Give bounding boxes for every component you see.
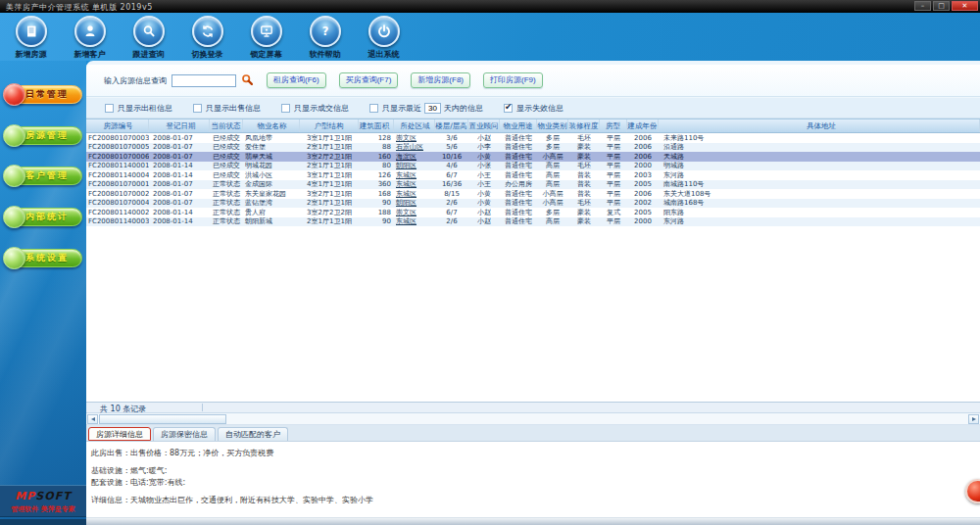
tab-auto-matched-customers[interactable]: 自动匹配的客户 bbox=[218, 427, 288, 441]
table-cell: 已经成交 bbox=[210, 170, 243, 180]
checkbox-icon[interactable] bbox=[193, 104, 202, 113]
window-bottom-edge bbox=[86, 517, 980, 525]
checkbox-icon[interactable] bbox=[105, 104, 114, 113]
table-empty-area bbox=[86, 226, 980, 402]
checkbox-icon[interactable] bbox=[369, 104, 378, 113]
window-controls: – □ ✕ bbox=[914, 1, 978, 11]
filter-deal-only[interactable]: 只显示成交信息 bbox=[281, 103, 349, 114]
table-cell: 凤凰地带 bbox=[243, 133, 300, 143]
toolbar-help[interactable]: ? 软件帮助 bbox=[302, 15, 348, 61]
scroll-left-arrow[interactable] bbox=[87, 414, 98, 424]
column-header[interactable]: 物业用途 bbox=[500, 119, 537, 132]
table-row[interactable]: FC2008011400032008-01-14正常状态朝阳新城2室1厅1卫1阳… bbox=[86, 217, 980, 227]
table-cell: 东城区 bbox=[394, 216, 435, 226]
table-cell: 小张 bbox=[468, 161, 500, 170]
toolbar-followup-query[interactable]: 跟进查询 bbox=[125, 15, 172, 61]
table-row[interactable]: FC2008010700042008-01-07正常状态蓝钻堡湾2室1厅1卫1阳… bbox=[86, 199, 980, 209]
buy-query-button[interactable]: 买房查询(F7) bbox=[339, 72, 399, 88]
filter-recent-days[interactable]: 只显示最近 天内的信息 bbox=[369, 103, 483, 114]
column-header[interactable]: 户型结构 bbox=[300, 119, 359, 132]
table-cell: 石景山区 bbox=[394, 142, 435, 152]
rent-query-button[interactable]: 租房查询(F6) bbox=[267, 72, 326, 88]
column-header[interactable]: 房型 bbox=[600, 119, 627, 132]
tab-house-confidential-info[interactable]: 房源保密信息 bbox=[153, 427, 216, 441]
column-header[interactable]: 建筑面积 bbox=[359, 119, 394, 132]
table-cell: 未来路110号 bbox=[659, 133, 980, 143]
table-cell: 高层 bbox=[537, 170, 568, 180]
filter-rent-only[interactable]: 只显示出租信息 bbox=[105, 103, 172, 114]
table-cell: 3室2厅2卫2阳 bbox=[300, 208, 359, 217]
table-cell: FC200801070002 bbox=[86, 190, 149, 198]
column-header[interactable]: 置业顾问 bbox=[468, 119, 500, 132]
column-header[interactable]: 物业类别 bbox=[537, 119, 568, 132]
toolbar-exit[interactable]: 退出系统 bbox=[361, 15, 407, 61]
table-cell: 小赵 bbox=[468, 133, 500, 143]
table-cell: 160 bbox=[359, 153, 394, 161]
table-cell: 小高层 bbox=[537, 189, 568, 199]
days-input[interactable] bbox=[424, 103, 441, 114]
table-header[interactable]: 房源编号登记日期当前状态物业名称户型结构建筑面积所处区域楼层/层高置业顾问物业用… bbox=[86, 119, 980, 133]
table-row[interactable]: FC2008010700052008-01-07已经成交爱住堡2室1厅1卫1阳8… bbox=[86, 143, 980, 153]
column-header[interactable]: 当前状态 bbox=[210, 119, 243, 132]
table-cell: 平层 bbox=[600, 189, 627, 199]
table-cell: 88 bbox=[359, 143, 394, 151]
main-panel: 输入房源信息查询 租房查询(F6) 买房查询(F7) 新增房源(F8) 打印房源… bbox=[86, 61, 980, 517]
toolbar-lock-screen[interactable]: 锁定屏幕 bbox=[243, 15, 289, 61]
column-header[interactable]: 建成年份 bbox=[627, 119, 659, 132]
checkbox-checked-icon[interactable]: ✔ bbox=[504, 104, 513, 113]
table-cell: 东关大道108号 bbox=[659, 189, 980, 199]
sidebar-item-internal-statistics[interactable]: 内部统计 bbox=[3, 206, 83, 229]
table-row[interactable]: FC2008011400042008-01-14已经成交洪城小区3室1厅1卫1阳… bbox=[86, 170, 980, 180]
table-row[interactable]: FC2008010700022008-01-07正常状态东关皇家花园3室2厅1卫… bbox=[86, 189, 980, 199]
column-header[interactable]: 所处区域 bbox=[394, 119, 435, 132]
table-row[interactable]: FC2008010700012008-01-07正常状态金成国际4室1厅1卫1阳… bbox=[86, 180, 980, 190]
sidebar-item-customer-management[interactable]: 客户管理 bbox=[3, 165, 83, 188]
column-header[interactable]: 登记日期 bbox=[149, 119, 210, 132]
maximize-button[interactable]: □ bbox=[933, 1, 950, 11]
window-bottom-edge-left bbox=[0, 519, 86, 525]
column-header[interactable]: 楼层/层高 bbox=[435, 119, 468, 132]
toolbar-add-customer[interactable]: 新增客户 bbox=[67, 15, 113, 61]
sidebar-item-house-management[interactable]: 房源管理 bbox=[3, 124, 83, 148]
column-header[interactable]: 装修程度 bbox=[568, 119, 600, 132]
sidebar-item-daily-management[interactable]: 日常管理 bbox=[3, 83, 83, 107]
detail-panel: 此房出售：出售价格：88万元；净价，买方负责税费 基础设施：燃气:暖气: 配套设… bbox=[86, 442, 980, 517]
table-row[interactable]: FC2008011400022008-01-14正常状态贵人府3室2厅2卫2阳1… bbox=[86, 208, 980, 217]
table-cell: 平层 bbox=[600, 170, 627, 180]
filter-sale-only[interactable]: 只显示出售信息 bbox=[193, 103, 261, 114]
table-row[interactable]: FC2008010700032008-01-07已经成交凤凰地带3室1厅1卫1阳… bbox=[86, 133, 980, 143]
close-button[interactable]: ✕ bbox=[952, 1, 978, 11]
tab-house-detail-info[interactable]: 房源详细信息 bbox=[88, 427, 151, 441]
toolbar: 新增房源 新增客户 跟进查询 切换登录 锁定屏幕 ? 软件帮助 退出系统 bbox=[0, 13, 980, 61]
table-cell: 东河路 bbox=[659, 216, 980, 226]
column-header[interactable]: 物业名称 bbox=[243, 119, 300, 132]
scroll-right-arrow[interactable] bbox=[968, 414, 979, 424]
toolbar-switch-login[interactable]: 切换登录 bbox=[184, 15, 230, 61]
table-row[interactable]: FC2008011400012008-01-14已经成交明城花园2室1厅1卫1阳… bbox=[86, 162, 980, 171]
table-cell: 2室1厅1卫1阳 bbox=[300, 161, 359, 170]
table-cell: 正常状态 bbox=[210, 198, 243, 208]
column-header[interactable]: 具体地址 bbox=[659, 119, 980, 132]
scrollbar-thumb[interactable] bbox=[99, 414, 226, 424]
print-house-button[interactable]: 打印房源(F9) bbox=[483, 72, 543, 88]
magnifier-icon[interactable] bbox=[241, 73, 254, 88]
checkbox-icon[interactable] bbox=[281, 104, 290, 113]
table-cell: 126 bbox=[359, 171, 394, 179]
search-input[interactable] bbox=[172, 74, 236, 87]
toolbar-add-house[interactable]: 新增房源 bbox=[8, 15, 54, 61]
filter-show-invalid[interactable]: ✔ 显示失效信息 bbox=[504, 103, 564, 114]
table-row[interactable]: FC2008010700062008-01-07已经成交翡翠天城3室2厅2卫1阳… bbox=[86, 152, 980, 162]
column-header[interactable]: 房源编号 bbox=[86, 119, 149, 132]
table-cell: 豪装 bbox=[568, 208, 600, 217]
table-cell: 海淀区 bbox=[394, 152, 435, 162]
sidebar-item-system-settings[interactable]: 系统设置 bbox=[3, 247, 83, 270]
minimize-button[interactable]: – bbox=[914, 1, 931, 11]
table-body: FC2008010700032008-01-07已经成交凤凰地带3室1厅1卫1阳… bbox=[86, 133, 980, 226]
table-cell: 普通住宅 bbox=[500, 152, 537, 162]
table-cell: FC200801070006 bbox=[86, 153, 149, 161]
table-cell: 2008-01-07 bbox=[149, 134, 210, 142]
table-cell: 普通住宅 bbox=[500, 142, 537, 152]
horizontal-scrollbar[interactable] bbox=[86, 413, 980, 425]
nav-ball-icon bbox=[3, 206, 25, 228]
add-house-button[interactable]: 新增房源(F8) bbox=[411, 72, 470, 88]
